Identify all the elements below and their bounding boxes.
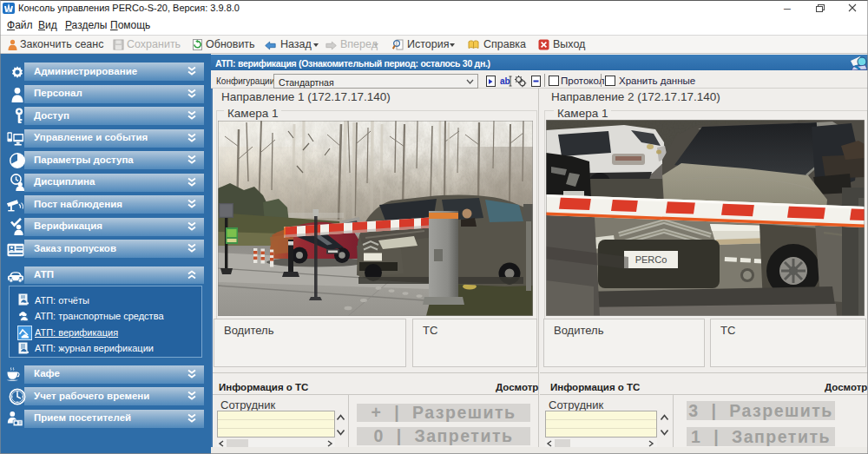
svg-text:ab: ab bbox=[500, 76, 510, 86]
svg-text:PERCo: PERCo bbox=[635, 254, 667, 265]
